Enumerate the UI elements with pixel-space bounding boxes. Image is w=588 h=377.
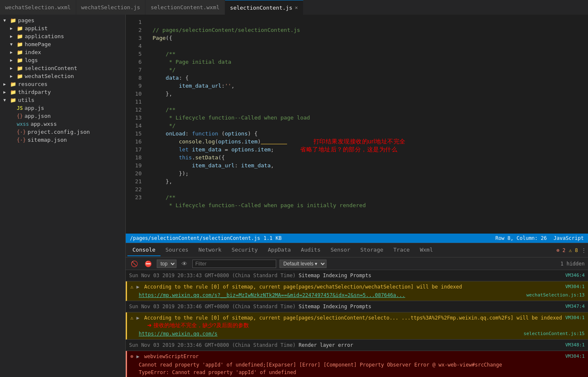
tab-close-button[interactable]: ✕	[295, 5, 298, 10]
console-message: Render layer error	[299, 342, 353, 348]
source-link-2[interactable]: selectionContent.js:15	[523, 330, 585, 338]
file-tree-sidebar: ▼ 📁 pages ▶ 📁 appList ▶ 📁 applications ▼…	[0, 15, 126, 377]
code-container[interactable]: 12345 678910 1112131415 1617181920 21222…	[126, 15, 588, 234]
tab-bar: wechatSelection.wxml wechatSelection.js …	[0, 0, 588, 15]
tab-security[interactable]: Security	[226, 244, 263, 256]
tab-wechatselection-wxml[interactable]: wechatSelection.wxml	[0, 0, 76, 15]
sidebar-item-sitemap-json[interactable]: {·} sitemap.json	[0, 136, 125, 144]
json-file-icon: {}	[17, 113, 23, 119]
source-link[interactable]: VM304:1	[565, 314, 585, 322]
sidebar-item-project-config[interactable]: {·} project.config.json	[0, 128, 125, 136]
source-link-2[interactable]: wechatSelection.js:13	[526, 291, 585, 299]
console-message: According to the rule [0] of sitemap, cu…	[144, 284, 462, 290]
error-icon: ⊗	[130, 354, 133, 359]
expand-arrow-icon: ▶	[3, 90, 10, 94]
tab-sensor[interactable]: Sensor	[326, 244, 355, 256]
sidebar-item-resources[interactable]: ▶ 📁 resources	[0, 80, 125, 88]
log-level-selector[interactable]: Default levels ▾	[280, 260, 326, 268]
sidebar-item-wechatselection[interactable]: ▶ 📁 wechatSelection	[0, 72, 125, 80]
tab-trace[interactable]: Trace	[389, 244, 415, 256]
sidebar-item-utils[interactable]: ▼ 📁 utils	[0, 96, 125, 104]
cursor-position: Row 8, Column: 26	[495, 235, 547, 241]
file-path: /pages/selectionContent/selectionContent…	[130, 235, 260, 241]
console-entry-warning1: VM304:1 ⚠ ▶ According to the rule [0] of…	[126, 281, 588, 301]
expand-arrow[interactable]: ▶	[136, 284, 139, 290]
clear-console-button[interactable]: 🚫	[129, 260, 140, 268]
console-message: According to the rule [0] of sitemap, cu…	[144, 315, 562, 321]
tab-network[interactable]: Network	[194, 244, 227, 256]
tree-item-label: app.json	[24, 113, 51, 119]
error-detail2: TypeError: Cannot read property 'appId' …	[139, 369, 585, 376]
sidebar-item-index[interactable]: ▶ 📁 index	[0, 48, 125, 56]
context-selector[interactable]: top	[157, 260, 176, 268]
tab-console[interactable]: Console	[127, 244, 161, 256]
config-file-icon: {·}	[17, 129, 26, 135]
tree-item-label: appList	[25, 25, 48, 31]
wxss-file-icon: wxss	[17, 121, 29, 127]
expand-arrow-icon: ▶	[10, 50, 17, 55]
warning-icon: ⚠	[130, 284, 133, 290]
expand-arrow-icon: ▶	[3, 82, 10, 86]
timestamp: Sun Nov 03 2019 20:33:43 GMT+0800 (China…	[129, 273, 295, 278]
devtools-more-icon[interactable]: ⋮	[581, 247, 586, 253]
source-link[interactable]: VM346:4	[565, 272, 585, 279]
spacer	[10, 106, 17, 110]
expand-arrow[interactable]: ▶	[136, 315, 139, 321]
console-message: webviewScriptError	[144, 354, 199, 359]
expand-arrow-icon: ▶	[10, 34, 17, 39]
folder-icon: 📁	[17, 26, 23, 31]
source-link[interactable]: VM304:1	[565, 283, 585, 291]
sidebar-item-logs[interactable]: ▶ 📁 logs	[0, 56, 125, 64]
console-link[interactable]: https://mp.weixin.qq.com/s	[139, 331, 218, 337]
tab-wechatselection-js[interactable]: wechatSelection.js	[76, 0, 146, 15]
tree-item-label: app.wxss	[31, 121, 57, 127]
sidebar-item-app-wxss[interactable]: wxss app.wxss	[0, 120, 125, 128]
expand-arrow-icon: ▶	[10, 26, 17, 31]
sidebar-item-applications[interactable]: ▶ 📁 applications	[0, 32, 125, 40]
stop-icon[interactable]: ⛔	[143, 260, 153, 268]
console-filter-input[interactable]	[192, 260, 276, 268]
expand-arrow[interactable]: ▶	[136, 354, 139, 359]
timestamp: Sun Nov 03 2019 20:33:46 GMT+0800 (China…	[129, 304, 295, 309]
tab-wxml[interactable]: Wxml	[415, 244, 438, 256]
tab-sources[interactable]: Sources	[161, 244, 194, 256]
sidebar-item-app-js[interactable]: JS app.js	[0, 104, 125, 112]
sidebar-item-selectioncontent[interactable]: ▶ 📁 selectionContent	[0, 64, 125, 72]
console-link[interactable]: https://mp.weixin.qq.com/s?__biz=MzIwNzk…	[139, 292, 405, 298]
tab-label: wechatSelection.js	[81, 4, 140, 10]
tree-item-label: resources	[18, 81, 47, 87]
console-output[interactable]: VM346:4 Sun Nov 03 2019 20:33:43 GMT+080…	[126, 270, 588, 377]
code-text[interactable]: // pages/selectionContent/selectionConte…	[146, 15, 588, 234]
source-link[interactable]: VM304:1	[565, 353, 585, 360]
source-link[interactable]: VM348:1	[565, 341, 585, 349]
sidebar-item-thirdparty[interactable]: ▶ 📁 thirdparty	[0, 88, 125, 96]
status-left: /pages/selectionContent/selectionContent…	[130, 235, 282, 241]
tab-selectioncontent-js[interactable]: selectionContent.js ✕	[225, 0, 303, 15]
expand-arrow-icon: ▼	[10, 42, 17, 47]
folder-icon: 📁	[17, 42, 23, 47]
tab-appdata[interactable]: AppData	[263, 244, 296, 256]
sidebar-item-app-json[interactable]: {} app.json	[0, 112, 125, 120]
sidebar-item-homepage[interactable]: ▼ 📁 homePage	[0, 40, 125, 48]
source-link[interactable]: VM347:4	[565, 303, 585, 310]
editor-panel: 12345 678910 1112131415 1617181920 21222…	[126, 15, 588, 377]
error-detail1: Cannot read property 'appId' of undefine…	[139, 361, 585, 369]
tab-storage[interactable]: Storage	[355, 244, 389, 256]
expand-arrow-icon: ▶	[10, 74, 17, 78]
console-message: Sitemap Indexing Prompts	[299, 273, 371, 278]
console-message: Sitemap Indexing Prompts	[299, 304, 371, 309]
tab-label: selectionContent.js	[230, 5, 293, 11]
error-count-badge: ⊗ 2	[557, 247, 566, 253]
devtools-panel: Console Sources Network Security AppData…	[126, 243, 588, 377]
tree-item-label: logs	[25, 57, 38, 63]
expand-arrow-icon: ▼	[3, 98, 10, 102]
eye-icon[interactable]: 👁	[180, 260, 189, 268]
tree-item-label: utils	[18, 97, 34, 103]
sidebar-item-pages[interactable]: ▼ 📁 pages	[0, 16, 125, 24]
folder-icon: 📁	[17, 49, 23, 55]
sidebar-item-applist[interactable]: ▶ 📁 appList	[0, 24, 125, 32]
folder-icon: 📁	[17, 57, 23, 63]
tab-audits[interactable]: Audits	[296, 244, 326, 256]
tab-selectioncontent-wxml[interactable]: selectionContent.wxml	[145, 0, 225, 15]
console-entry-render-error: VM348:1 Sun Nov 03 2019 20:33:46 GMT+080…	[126, 340, 588, 351]
